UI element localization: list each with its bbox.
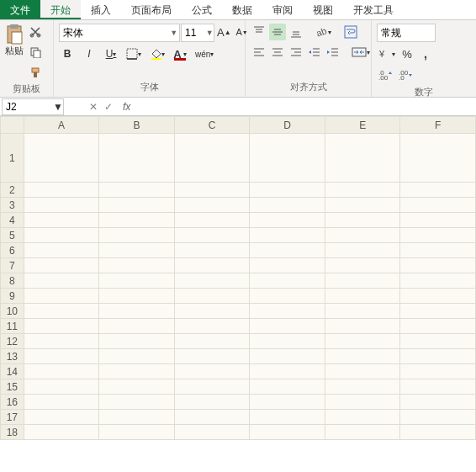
cell[interactable]: [99, 258, 175, 273]
cell[interactable]: [24, 379, 99, 395]
cell[interactable]: [99, 349, 175, 364]
cell[interactable]: [325, 319, 400, 334]
cell[interactable]: [174, 273, 250, 289]
cell[interactable]: [99, 289, 175, 304]
tab-formula[interactable]: 公式: [182, 0, 222, 19]
cell[interactable]: [325, 334, 400, 349]
underline-button[interactable]: U▾: [103, 45, 119, 62]
cell[interactable]: [24, 304, 99, 319]
tab-file[interactable]: 文件: [0, 0, 40, 19]
row-header[interactable]: 16: [1, 395, 24, 410]
cell[interactable]: [400, 304, 476, 319]
cell[interactable]: [99, 198, 175, 213]
cell[interactable]: [325, 425, 400, 440]
cell[interactable]: [325, 134, 400, 183]
cell[interactable]: [99, 273, 175, 289]
cell[interactable]: [99, 395, 175, 410]
cell[interactable]: [250, 243, 325, 258]
cell[interactable]: [99, 379, 175, 395]
cell[interactable]: [174, 183, 250, 198]
row-header[interactable]: 7: [1, 258, 24, 273]
increase-decimal-button[interactable]: .0.00: [377, 66, 395, 82]
row-header[interactable]: 14: [1, 364, 24, 379]
wrap-text-button[interactable]: [341, 24, 360, 40]
cell[interactable]: [400, 134, 476, 183]
row-header[interactable]: 4: [1, 213, 24, 228]
cell[interactable]: [400, 243, 476, 258]
fill-color-button[interactable]: ▾: [148, 45, 167, 62]
cell[interactable]: [325, 213, 400, 228]
cell[interactable]: [250, 213, 325, 228]
cell[interactable]: [24, 273, 99, 289]
cell[interactable]: [400, 289, 476, 304]
cell[interactable]: [250, 334, 325, 349]
cell[interactable]: [174, 134, 250, 183]
cell[interactable]: [99, 213, 175, 228]
row-header[interactable]: 18: [1, 425, 24, 440]
cell[interactable]: [250, 379, 325, 395]
cell[interactable]: [400, 213, 476, 228]
cell[interactable]: [250, 304, 325, 319]
format-painter-button[interactable]: [27, 64, 44, 81]
phonetic-button[interactable]: wén▾: [193, 45, 215, 62]
cell[interactable]: [250, 395, 325, 410]
cell[interactable]: [325, 410, 400, 425]
cell[interactable]: [99, 183, 175, 198]
font-name-input[interactable]: [60, 27, 168, 39]
row-header[interactable]: 15: [1, 379, 24, 395]
cell[interactable]: [250, 134, 325, 183]
chevron-down-icon[interactable]: ▼: [205, 29, 214, 37]
cell[interactable]: [174, 304, 250, 319]
cell[interactable]: [24, 425, 99, 440]
cancel-formula-button[interactable]: ✕: [89, 101, 98, 113]
cell[interactable]: [400, 258, 476, 273]
font-color-button[interactable]: A▾: [172, 45, 188, 62]
cell[interactable]: [24, 349, 99, 364]
row-header[interactable]: 1: [1, 134, 24, 183]
decrease-decimal-button[interactable]: .00.0: [397, 66, 415, 82]
number-format-combo[interactable]: [377, 24, 436, 42]
cell[interactable]: [24, 213, 99, 228]
cell[interactable]: [400, 319, 476, 334]
cell[interactable]: [250, 410, 325, 425]
cell[interactable]: [24, 258, 99, 273]
tab-insert[interactable]: 插入: [81, 0, 121, 19]
cell[interactable]: [174, 395, 250, 410]
column-header[interactable]: C: [174, 117, 250, 134]
name-box-input[interactable]: [3, 101, 53, 113]
font-size-input[interactable]: [182, 27, 205, 39]
cell[interactable]: [400, 228, 476, 243]
cell[interactable]: [400, 183, 476, 198]
cell[interactable]: [400, 273, 476, 289]
cell[interactable]: [174, 364, 250, 379]
cell[interactable]: [174, 319, 250, 334]
tab-view[interactable]: 视图: [303, 0, 343, 19]
cell[interactable]: [400, 410, 476, 425]
tab-review[interactable]: 审阅: [262, 0, 303, 19]
cell[interactable]: [325, 304, 400, 319]
cell[interactable]: [99, 364, 175, 379]
align-top-button[interactable]: [251, 24, 267, 40]
cell[interactable]: [325, 273, 400, 289]
cell[interactable]: [24, 134, 99, 183]
column-header[interactable]: E: [325, 117, 400, 134]
decrease-indent-button[interactable]: [306, 44, 323, 61]
cell[interactable]: [325, 228, 400, 243]
name-box[interactable]: ▼: [2, 98, 64, 115]
bold-button[interactable]: B: [59, 45, 76, 62]
cell[interactable]: [400, 198, 476, 213]
cell[interactable]: [24, 228, 99, 243]
cell[interactable]: [325, 395, 400, 410]
cell[interactable]: [174, 379, 250, 395]
align-bottom-button[interactable]: [288, 24, 304, 40]
row-header[interactable]: 10: [1, 304, 24, 319]
cell[interactable]: [250, 228, 325, 243]
cell[interactable]: [250, 273, 325, 289]
cell[interactable]: [325, 258, 400, 273]
align-center-button[interactable]: [269, 44, 286, 61]
cell[interactable]: [24, 183, 99, 198]
cell[interactable]: [325, 183, 400, 198]
cell[interactable]: [400, 349, 476, 364]
cell[interactable]: [325, 243, 400, 258]
cell[interactable]: [325, 198, 400, 213]
